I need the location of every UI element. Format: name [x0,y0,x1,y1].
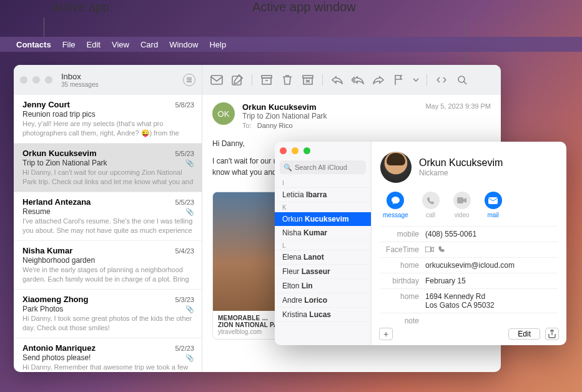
mail-toolbar [202,65,501,95]
field-note[interactable]: note [380,313,558,328]
svg-rect-0 [211,76,222,84]
attachment-icon: 📎 [185,305,194,313]
avatar: OK [212,102,235,125]
junk-icon[interactable] [300,73,316,87]
contact-row[interactable]: Elton Lin [275,279,371,293]
contacts-sidebar: 🔍 ILeticia IbarraKOrkun KucuksevimNisha … [275,142,372,345]
filter-icon[interactable] [183,74,195,86]
field-facetime[interactable]: FaceTime [380,242,558,257]
contact-row[interactable]: Fleur Lasseur [275,265,371,279]
traffic-lights[interactable] [20,76,52,84]
message-count: 35 messages [61,81,98,88]
contact-row[interactable]: Orkun Kucuksevim [275,212,371,226]
menu-help[interactable]: Help [209,40,226,49]
archive-icon[interactable] [259,73,275,87]
envelope-icon[interactable] [209,73,225,87]
inbox-title: Inbox [61,72,98,81]
forward-icon[interactable] [370,73,387,87]
search-field[interactable]: 🔍 [280,160,366,174]
menubar-app-name[interactable]: Contacts [16,40,51,49]
mail-from: Orkun Kucuksevim [242,102,418,112]
section-header: L [275,240,371,250]
flag-icon[interactable] [391,73,407,87]
edit-button[interactable]: Edit [508,328,540,340]
callout-line [44,17,44,37]
message-item[interactable]: Nisha Kumar5/4/23 Neighborhood garden We… [14,241,202,290]
reply-icon[interactable] [329,73,345,87]
field-mobile[interactable]: mobile(408) 555-0061 [380,226,558,242]
message-item[interactable]: Antonio Manriquez5/2/23 Send photos plea… [14,338,202,372]
flag-dropdown-icon[interactable] [412,73,420,87]
menu-file[interactable]: File [62,40,76,49]
contact-row[interactable]: Andre Lorico [275,293,371,308]
mail-header: OK Orkun Kucuksevim Trip to Zion Nationa… [202,95,501,135]
contact-row[interactable]: Elena Lanot [275,250,371,265]
message-button[interactable]: message [383,192,408,218]
mail-date: May 5, 2023 9:39 PM [425,102,491,129]
mail-titlebar: Inbox 35 messages [14,65,202,95]
svg-point-6 [458,76,465,82]
reply-all-icon[interactable] [350,73,366,87]
field-email[interactable]: homeorkucuksevim@icloud.com [380,257,558,273]
contact-card: Orkun Kucuksevim Nickame message call vi… [372,142,566,345]
contact-row[interactable]: Leticia Ibarra [275,188,371,202]
section-header: I [275,178,371,188]
attachment-icon: 📎 [185,208,194,216]
attachment-icon: 📎 [185,354,194,362]
contact-row[interactable]: Nisha Kumar [275,226,371,240]
svg-rect-3 [262,78,271,84]
mail-sidebar: Inbox 35 messages Jenny Court5/8/23 Reun… [14,65,202,372]
close-button[interactable] [280,147,287,154]
search-icon[interactable] [454,73,470,87]
menu-card[interactable]: Card [141,40,158,49]
menu-view[interactable]: View [112,40,129,49]
message-item[interactable]: Xiaomeng Zhong5/3/23 Park Photos📎 Hi Dan… [14,290,202,338]
message-item[interactable]: Orkun Kucuksevim5/5/23 Trip to Zion Nati… [14,144,202,192]
callout-active-app: Active app [51,0,109,14]
menubar: Contacts File Edit View Card Window Help [0,37,582,52]
more-icon[interactable] [433,73,450,87]
add-button[interactable]: + [379,328,393,340]
to-name: Danny Rico [257,122,293,129]
compose-icon[interactable] [229,73,245,87]
mail-button[interactable]: mail [485,192,502,218]
search-input[interactable] [295,164,362,171]
trash-icon[interactable] [279,73,295,87]
field-address[interactable]: home1694 Kennedy RdLos Gatos CA 95032 [380,288,558,313]
video-button[interactable]: video [453,192,471,218]
contact-name: Orkun Kucuksevim [419,157,503,169]
share-icon[interactable] [545,328,559,340]
search-icon: 🔍 [284,164,292,172]
message-list[interactable]: Jenny Court5/8/23 Reunion road trip pics… [14,95,202,372]
section-header: K [275,202,371,212]
message-item[interactable]: Jenny Court5/8/23 Reunion road trip pics… [14,95,202,144]
contact-avatar[interactable] [380,152,412,183]
contacts-window: 🔍 ILeticia IbarraKOrkun KucuksevimNisha … [275,142,566,345]
callout-active-window: Active app window [252,0,356,14]
mail-subject: Trip to Zion National Park [242,112,418,120]
maximize-button[interactable] [303,147,310,154]
attachment-icon: 📎 [185,159,194,167]
call-button[interactable]: call [422,192,440,218]
svg-rect-9 [425,247,431,252]
contact-row[interactable]: Kristina Lucas [275,308,371,322]
to-label: To: [242,122,252,129]
field-birthday[interactable]: birthdayFebruary 15 [380,273,558,288]
contact-subtitle: Nickame [419,169,503,177]
message-item[interactable]: Herland Antezana5/5/23 Resume📎 I've atta… [14,192,202,241]
contacts-titlebar [275,142,371,159]
minimize-button[interactable] [292,147,298,154]
menu-window[interactable]: Window [169,40,198,49]
svg-rect-7 [457,197,463,203]
contacts-list[interactable]: ILeticia IbarraKOrkun KucuksevimNisha Ku… [275,178,371,345]
menu-edit[interactable]: Edit [87,40,101,49]
